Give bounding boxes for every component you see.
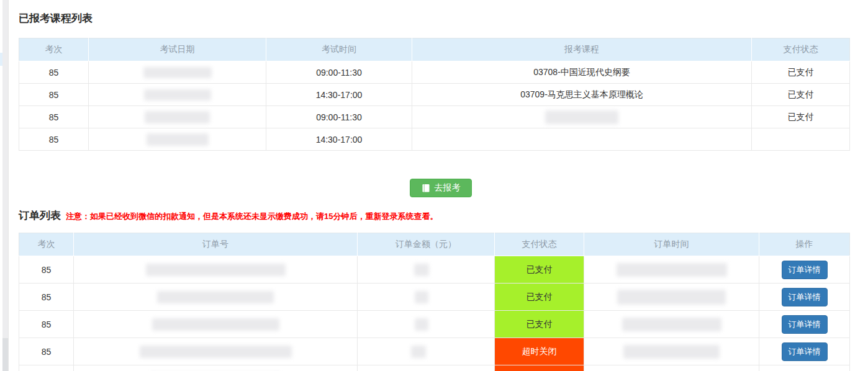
cell-order-time: [584, 365, 759, 371]
header-pay-status: 支付状态: [752, 38, 850, 61]
cell-course: 03709-马克思主义基本原理概论: [412, 84, 752, 106]
cell-order-time: [584, 256, 759, 284]
redacted-exam-date: [145, 111, 210, 123]
redacted-order-time: [622, 318, 721, 331]
redacted-order-amount: [411, 346, 426, 358]
cell-order-number: [74, 338, 358, 365]
table-row: 85 09:00-11:30 03708-中国近现代史纲要 已支付: [19, 61, 850, 84]
redacted-order-time: [617, 263, 727, 277]
cell-order-number: [74, 284, 358, 311]
cell-pay-status: 已支付: [752, 61, 850, 84]
order-detail-button[interactable]: 订单详情: [782, 288, 828, 306]
cell-order-number: [74, 311, 358, 338]
cell-order-amount: [358, 284, 495, 311]
table-row: 85 14:30-17:00 03709-马克思主义基本原理概论 已支付: [19, 84, 850, 106]
redacted-order-time: [617, 290, 726, 305]
redacted-course: [545, 110, 618, 124]
cell-exam-session: 85: [19, 61, 89, 84]
redacted-order-number: [146, 264, 286, 276]
cell-exam-session: 85: [19, 284, 74, 311]
cell-actions: 订单详情: [759, 284, 850, 311]
go-register-label: 去报考: [435, 182, 461, 194]
registered-courses-table: 考次 考试日期 考试时间 报考课程 支付状态 85 09:00-11:30 03…: [19, 38, 850, 151]
cell-exam-date: [89, 128, 266, 151]
cell-order-amount: [358, 256, 495, 284]
header-exam-session: 考次: [19, 38, 89, 61]
table-row: 85 已支付 订单详情: [19, 256, 850, 284]
orders-table: 考次 订单号 订单金额（元） 支付状态 订单时间 操作 85 已支付 订单详情 …: [19, 233, 850, 371]
header-pay-status: 支付状态: [495, 233, 584, 256]
cell-actions: 订单详情: [759, 311, 850, 338]
cell-actions: 订单详情: [759, 256, 850, 284]
cell-exam-session: [19, 365, 74, 371]
table-row: 85 已支付 订单详情: [19, 311, 850, 338]
cell-course: [412, 106, 752, 128]
page-left-gutter: [2, 0, 8, 371]
table-row: 85 超时关闭 订单详情: [19, 338, 850, 365]
cell-exam-time: 09:00-11:30: [266, 61, 412, 84]
cell-exam-session: 85: [19, 106, 89, 128]
table-header-row: 考次 订单号 订单金额（元） 支付状态 订单时间 操作: [19, 233, 850, 256]
orders-title: 订单列表: [19, 208, 61, 223]
order-detail-button[interactable]: 订单详情: [782, 315, 828, 334]
go-register-button[interactable]: 去报考: [410, 179, 472, 197]
header-exam-session: 考次: [19, 233, 74, 256]
header-order-number: 订单号: [74, 233, 358, 256]
cell-exam-session: 85: [19, 84, 89, 106]
cell-order-time: [584, 338, 759, 365]
book-icon: [422, 184, 430, 193]
page-left-blue-notch: [0, 53, 2, 66]
cell-pay-status: 已支付: [495, 284, 584, 311]
header-actions: 操作: [759, 233, 850, 256]
cell-pay-status: 已支付: [752, 106, 850, 128]
cell-pay-status: 已支付: [495, 256, 584, 284]
cell-exam-session: 85: [19, 256, 74, 284]
cell-exam-time: 09:00-11:30: [266, 106, 412, 128]
cell-exam-time: 14:30-17:00: [266, 128, 412, 151]
cell-pay-status: [495, 365, 584, 371]
cell-pay-status: 已支付: [752, 84, 850, 106]
cell-exam-session: 85: [19, 128, 89, 151]
cell-pay-status: [752, 128, 850, 151]
cell-exam-time: 14:30-17:00: [266, 84, 412, 106]
redacted-order-number: [157, 291, 274, 303]
cell-exam-session: 85: [19, 338, 74, 365]
redacted-order-amount: [415, 318, 428, 331]
table-row: 85 09:00-11:30 已支付: [19, 106, 850, 128]
cell-course: 03708-中国近现代史纲要: [412, 61, 752, 84]
content-panel-border: [8, 0, 9, 371]
cell-exam-date: [89, 84, 266, 106]
cell-order-time: [584, 311, 759, 338]
cell-exam-date: [89, 61, 266, 84]
redacted-order-amount: [414, 264, 429, 276]
cell-order-number: [74, 365, 358, 371]
page-left-gutter-shade: [2, 338, 8, 371]
orders-notice: 注意：如果已经收到微信的扣款通知，但是本系统还未显示缴费成功，请15分钟后，重新…: [66, 211, 438, 222]
redacted-exam-date: [144, 89, 211, 101]
redacted-order-time: [623, 345, 720, 359]
cell-actions: [759, 365, 850, 371]
table-row-partial: [19, 365, 850, 371]
table-header-row: 考次 考试日期 考试时间 报考课程 支付状态: [19, 38, 850, 61]
order-detail-button[interactable]: 订单详情: [782, 342, 828, 361]
header-order-time: 订单时间: [584, 233, 759, 256]
cell-order-amount: [358, 338, 495, 365]
header-exam-date: 考试日期: [89, 38, 266, 61]
cell-order-time: [584, 284, 759, 311]
header-exam-time: 考试时间: [266, 38, 412, 61]
cell-order-amount: [358, 311, 495, 338]
cell-exam-date: [89, 106, 266, 128]
redacted-exam-date: [147, 133, 209, 146]
cell-course: [412, 128, 752, 151]
cell-pay-status: 已支付: [495, 311, 584, 338]
cell-pay-status: 超时关闭: [495, 338, 584, 365]
table-row: 85 14:30-17:00: [19, 128, 850, 151]
cell-actions: 订单详情: [759, 338, 850, 365]
registered-courses-title: 已报考课程列表: [19, 11, 93, 25]
table-row: 85 已支付 订单详情: [19, 284, 850, 311]
redacted-order-amount: [415, 291, 428, 303]
cell-order-amount: [358, 365, 495, 371]
order-detail-button[interactable]: 订单详情: [782, 261, 828, 279]
redacted-order-number: [152, 318, 279, 331]
header-course: 报考课程: [412, 38, 752, 61]
